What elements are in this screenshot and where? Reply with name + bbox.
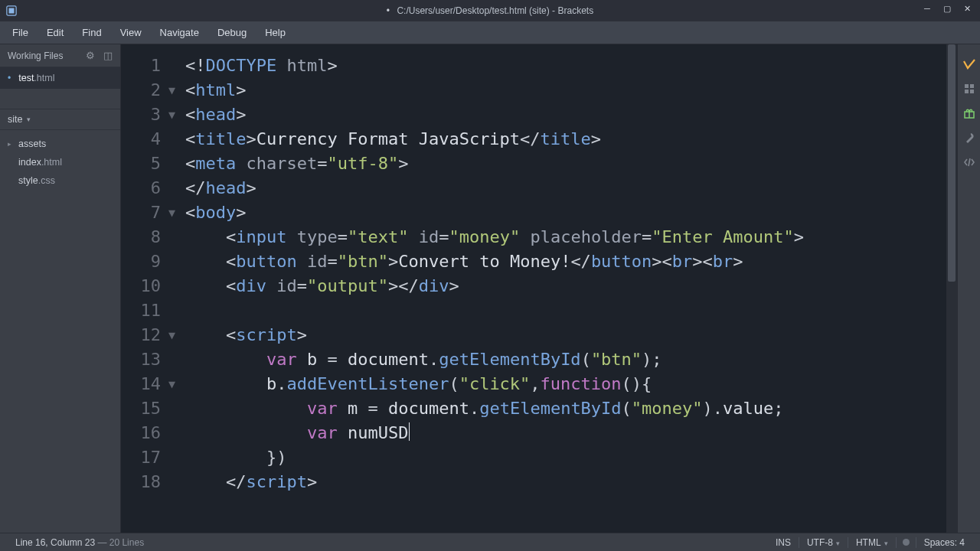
dirty-dot-icon: • bbox=[8, 73, 11, 83]
lint-status-icon[interactable] bbox=[903, 539, 910, 546]
line-gutter: 123456789101112131415161718 bbox=[121, 44, 168, 533]
twisty-icon: ▸ bbox=[8, 140, 15, 148]
chevron-down-icon: ▾ bbox=[27, 116, 31, 123]
statusbar-separator bbox=[896, 537, 897, 548]
menu-edit[interactable]: Edit bbox=[38, 21, 73, 44]
svg-rect-1 bbox=[9, 8, 15, 14]
working-files-label: Working Files bbox=[8, 51, 63, 61]
menu-file[interactable]: File bbox=[3, 21, 38, 44]
svg-rect-4 bbox=[965, 90, 969, 93]
file-tree: ▸ assets index.html style.css bbox=[0, 130, 120, 194]
tree-file[interactable]: style.css bbox=[0, 171, 120, 190]
dirty-indicator: • bbox=[387, 5, 390, 16]
status-insert-mode[interactable]: INS bbox=[768, 537, 799, 548]
code-editor[interactable]: 123456789101112131415161718 ▼▼▼▼▼ <!DOCT… bbox=[121, 44, 957, 533]
fold-column[interactable]: ▼▼▼▼▼ bbox=[168, 44, 185, 533]
menubar: File Edit Find View Navigate Debug Help bbox=[0, 21, 980, 44]
window-title-text: C:/Users/user/Desktop/test.html (site) -… bbox=[397, 5, 593, 16]
menu-debug[interactable]: Debug bbox=[208, 21, 256, 44]
tree-file[interactable]: index.html bbox=[0, 153, 120, 171]
status-cursor-position[interactable]: Line 16, Column 23 — 20 Lines bbox=[8, 537, 152, 548]
window-titlebar: • C:/Users/user/Desktop/test.html (site)… bbox=[0, 0, 980, 21]
svg-rect-2 bbox=[965, 84, 969, 88]
svg-rect-5 bbox=[970, 90, 974, 93]
code-area[interactable]: <!DOCTYPE html><html><head><title>Curren… bbox=[185, 44, 946, 533]
menu-help[interactable]: Help bbox=[256, 21, 295, 44]
project-selector[interactable]: site ▾ bbox=[0, 109, 120, 130]
working-files-header[interactable]: Working Files ⚙ ◫ bbox=[0, 44, 120, 67]
tree-folder[interactable]: ▸ assets bbox=[0, 135, 120, 153]
window-title: • C:/Users/user/Desktop/test.html (site)… bbox=[387, 5, 593, 16]
status-language[interactable]: HTML▾ bbox=[848, 537, 896, 548]
project-name: site bbox=[8, 114, 22, 125]
code-inspect-icon[interactable] bbox=[958, 150, 981, 174]
menu-navigate[interactable]: Navigate bbox=[151, 21, 208, 44]
live-preview-icon[interactable] bbox=[958, 52, 981, 77]
sidebar: Working Files ⚙ ◫ • test.html site ▾ ▸ a… bbox=[0, 44, 121, 533]
window-maximize-button[interactable]: ▢ bbox=[937, 0, 957, 17]
vertical-scrollbar[interactable] bbox=[946, 44, 957, 533]
window-minimize-button[interactable]: ─ bbox=[917, 0, 937, 17]
gear-icon[interactable]: ⚙ bbox=[86, 50, 95, 61]
main-area: Working Files ⚙ ◫ • test.html site ▾ ▸ a… bbox=[0, 44, 980, 533]
status-indent[interactable]: Spaces: 4 bbox=[916, 537, 972, 548]
right-toolbar bbox=[957, 44, 980, 533]
statusbar: Line 16, Column 23 — 20 Lines INS UTF-8▾… bbox=[0, 533, 980, 551]
svg-rect-3 bbox=[970, 84, 974, 88]
scrollbar-thumb[interactable] bbox=[948, 44, 956, 282]
extensions-icon[interactable] bbox=[958, 77, 981, 101]
working-file-item[interactable]: • test.html bbox=[0, 67, 120, 89]
app-icon bbox=[6, 5, 18, 17]
window-close-button[interactable]: ✕ bbox=[957, 0, 977, 17]
menu-view[interactable]: View bbox=[111, 21, 151, 44]
status-encoding[interactable]: UTF-8▾ bbox=[799, 537, 848, 548]
gift-icon[interactable] bbox=[958, 101, 981, 126]
sidebar-spacer bbox=[0, 89, 120, 109]
wrench-icon[interactable] bbox=[958, 126, 981, 150]
menu-find[interactable]: Find bbox=[73, 21, 110, 44]
split-view-icon[interactable]: ◫ bbox=[103, 50, 113, 61]
working-file-name: test.html bbox=[18, 73, 54, 83]
